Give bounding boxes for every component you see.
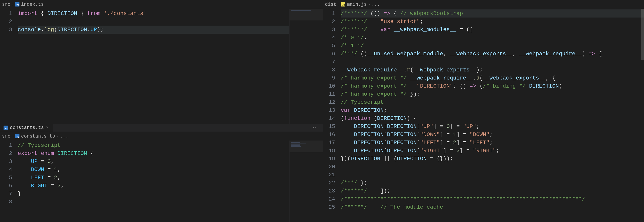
code-line[interactable]: RIGHT = 3,: [18, 182, 289, 190]
line-number: 7: [1, 190, 12, 198]
more-actions-icon[interactable]: ···: [312, 125, 319, 130]
line-number: 3: [1, 26, 12, 34]
scrollbar-thumb[interactable]: [641, 9, 644, 60]
line-gutter: 1234567891011121314151617181920212223242…: [323, 9, 341, 222]
code-line[interactable]: /***/ ((__unused_webpack_module, __webpa…: [341, 50, 644, 58]
line-gutter: 12345678: [0, 140, 18, 222]
line-number: 2: [324, 18, 335, 26]
code-line[interactable]: // Typescript: [18, 141, 289, 150]
editor-index: src › TS index.ts 123 import { DIRECTION…: [0, 0, 323, 124]
code-line[interactable]: /******/ var __webpack_modules__ = ([: [341, 26, 644, 34]
editor-body[interactable]: 12345678 // Typescriptexport enum DIRECT…: [0, 140, 323, 222]
code-line[interactable]: /* 0 */,: [341, 34, 644, 42]
breadcrumb-folder[interactable]: dist: [325, 2, 336, 7]
tab-constants[interactable]: TS constants.ts ×: [0, 124, 53, 132]
left-editor-group: src › TS index.ts 123 import { DIRECTION…: [0, 0, 323, 222]
code-line[interactable]: [341, 58, 644, 66]
line-number: 24: [324, 195, 335, 203]
breadcrumb-file[interactable]: TS index.ts: [15, 2, 44, 7]
code-line[interactable]: [18, 18, 289, 26]
code-line[interactable]: }: [18, 190, 289, 198]
scrollbar-vertical[interactable]: [640, 9, 644, 222]
line-number: 18: [324, 146, 335, 155]
code-line[interactable]: /***/ }): [341, 179, 644, 187]
line-number: 21: [324, 171, 335, 179]
code-line[interactable]: })(DIRECTION || (DIRECTION = {}));: [341, 155, 644, 163]
editor-mainjs: dist › JS main.js › ... 1234567891011121…: [323, 0, 644, 222]
line-number: 14: [324, 114, 335, 122]
line-number: 16: [324, 130, 335, 138]
chevron-right-icon: ›: [56, 134, 58, 138]
code-line[interactable]: DIRECTION[DIRECTION["UP"] = 0] = "UP";: [341, 122, 644, 130]
code-line[interactable]: /******/ (() => { // webpackBootstrap: [341, 10, 644, 18]
line-number: 20: [324, 163, 335, 171]
line-number: 23: [324, 187, 335, 195]
code-line[interactable]: console.log(DIRECTION.UP);: [18, 26, 289, 34]
minimap[interactable]: [289, 9, 323, 124]
chevron-right-icon: ›: [12, 2, 14, 7]
line-number: 10: [324, 82, 335, 90]
minimap-content: [291, 142, 321, 148]
code-line[interactable]: DOWN = 1,: [18, 166, 289, 174]
chevron-right-icon: ›: [338, 2, 340, 7]
breadcrumb-file[interactable]: TS constants.ts: [15, 134, 55, 139]
chevron-right-icon: ›: [368, 2, 370, 7]
code-line[interactable]: UP = 0,: [18, 158, 289, 166]
code-area[interactable]: import { DIRECTION } from './constants'c…: [18, 9, 289, 124]
code-line[interactable]: /***************************************…: [341, 195, 644, 203]
code-line[interactable]: /******/ // The module cache: [341, 203, 644, 211]
code-line[interactable]: DIRECTION[DIRECTION["LEFT"] = 2] = "LEFT…: [341, 138, 644, 146]
line-number: 1: [324, 10, 335, 18]
breadcrumb-ellipsis[interactable]: ...: [60, 134, 68, 139]
code-line[interactable]: export enum DIRECTION {: [18, 150, 289, 158]
chevron-right-icon: ›: [12, 134, 14, 138]
code-area[interactable]: // Typescriptexport enum DIRECTION { UP …: [18, 140, 289, 222]
line-number: 19: [324, 155, 335, 163]
line-number: 17: [324, 138, 335, 146]
tab-actions: ···: [312, 125, 323, 130]
breadcrumb[interactable]: src › TS constants.ts › ...: [0, 132, 323, 140]
code-line[interactable]: __webpack_require__.r(__webpack_exports_…: [341, 66, 644, 74]
line-number: 5: [1, 174, 12, 182]
tab-label: constants.ts: [10, 125, 44, 130]
line-number: 6: [324, 50, 335, 58]
code-line[interactable]: /* 1 */: [341, 42, 644, 50]
code-line[interactable]: /******/ ]);: [341, 187, 644, 195]
code-line[interactable]: /* harmony export */ "DIRECTION": () => …: [341, 82, 644, 90]
code-line[interactable]: // Typescript: [341, 98, 644, 106]
code-line[interactable]: DIRECTION[DIRECTION["DOWN"] = 1] = "DOWN…: [341, 130, 644, 138]
breadcrumb-ellipsis[interactable]: ...: [371, 2, 380, 7]
line-number: 7: [324, 58, 335, 66]
code-line[interactable]: var DIRECTION;: [341, 106, 644, 114]
code-area[interactable]: /******/ (() => { // webpackBootstrap/**…: [341, 9, 644, 222]
line-number: 15: [324, 122, 335, 130]
tab-bar: TS constants.ts × ···: [0, 124, 323, 132]
line-number: 3: [324, 26, 335, 34]
close-icon[interactable]: ×: [46, 125, 49, 130]
breadcrumb-file[interactable]: JS main.js: [341, 2, 367, 7]
line-gutter: 123: [0, 9, 18, 124]
code-line[interactable]: [341, 163, 644, 171]
typescript-icon: TS: [15, 2, 20, 6]
code-line[interactable]: LEFT = 2,: [18, 174, 289, 182]
editor-body[interactable]: 1234567891011121314151617181920212223242…: [323, 9, 644, 222]
breadcrumb[interactable]: dist › JS main.js › ...: [323, 0, 644, 9]
minimap[interactable]: [289, 140, 323, 222]
code-line[interactable]: [18, 198, 289, 206]
line-number: 8: [1, 198, 12, 206]
editor-constants: TS constants.ts × ··· src › TS constants…: [0, 124, 323, 222]
code-line[interactable]: /* harmony export */ __webpack_require__…: [341, 74, 644, 82]
breadcrumb[interactable]: src › TS index.ts: [0, 0, 323, 9]
line-number: 4: [1, 166, 12, 174]
editor-body[interactable]: 123 import { DIRECTION } from './constan…: [0, 9, 323, 124]
breadcrumb-folder[interactable]: src: [2, 2, 10, 7]
code-line[interactable]: (function (DIRECTION) {: [341, 114, 644, 122]
code-line[interactable]: [341, 171, 644, 179]
code-line[interactable]: /* harmony export */ });: [341, 90, 644, 98]
typescript-icon: TS: [15, 134, 20, 138]
breadcrumb-folder[interactable]: src: [2, 134, 10, 139]
line-number: 11: [324, 90, 335, 98]
code-line[interactable]: import { DIRECTION } from './constants': [18, 10, 289, 18]
code-line[interactable]: /******/ "use strict";: [341, 18, 644, 26]
code-line[interactable]: DIRECTION[DIRECTION["RIGHT"] = 3] = "RIG…: [341, 146, 644, 155]
